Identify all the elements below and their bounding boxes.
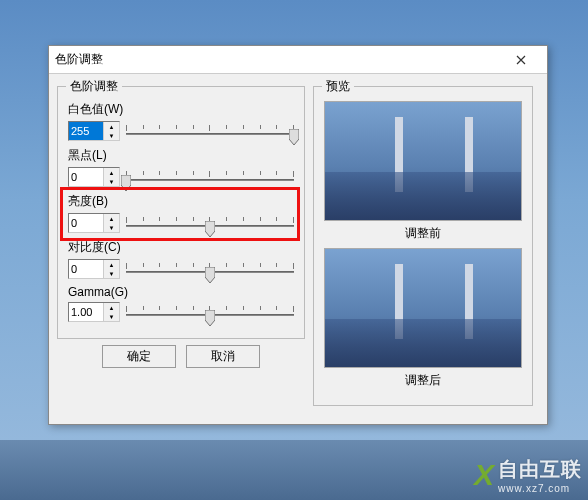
- preview-after-caption: 调整后: [324, 372, 522, 389]
- title-bar: 色阶调整: [49, 46, 547, 74]
- contrast-spinner[interactable]: ▲▼: [68, 259, 120, 279]
- black-point-input[interactable]: [69, 168, 103, 186]
- brightness-row: 亮度(B) ▲▼: [68, 193, 294, 235]
- spin-up-icon[interactable]: ▲: [104, 122, 119, 131]
- spin-down-icon[interactable]: ▼: [104, 269, 119, 278]
- watermark-url: www.xz7.com: [498, 483, 582, 494]
- gamma-slider[interactable]: [126, 300, 294, 324]
- brightness-slider[interactable]: [126, 211, 294, 235]
- preview-before-caption: 调整前: [324, 225, 522, 242]
- spin-down-icon[interactable]: ▼: [104, 223, 119, 232]
- close-icon: [516, 55, 526, 65]
- preview-legend: 预览: [322, 78, 354, 95]
- black-point-slider[interactable]: [126, 165, 294, 189]
- ok-button[interactable]: 确定: [102, 345, 176, 368]
- spin-down-icon[interactable]: ▼: [104, 177, 119, 186]
- brightness-input[interactable]: [69, 214, 103, 232]
- spin-up-icon[interactable]: ▲: [104, 214, 119, 223]
- button-row: 确定 取消: [57, 345, 305, 368]
- contrast-slider[interactable]: [126, 257, 294, 281]
- preview-after-image: [324, 248, 522, 368]
- close-button[interactable]: [501, 46, 541, 74]
- spin-up-icon[interactable]: ▲: [104, 303, 119, 312]
- contrast-row: 对比度(C) ▲▼: [68, 239, 294, 281]
- gamma-spinner[interactable]: ▲▼: [68, 302, 120, 322]
- black-point-label: 黑点(L): [68, 147, 107, 164]
- spin-down-icon[interactable]: ▼: [104, 312, 119, 321]
- white-value-spinner[interactable]: ▲▼: [68, 121, 120, 141]
- watermark: X 自由互联 www.xz7.com: [474, 456, 582, 494]
- spin-up-icon[interactable]: ▲: [104, 260, 119, 269]
- white-value-row: 白色值(W) ▲▼: [68, 101, 294, 143]
- black-point-row: 黑点(L) ▲▼: [68, 147, 294, 189]
- spin-up-icon[interactable]: ▲: [104, 168, 119, 177]
- spin-down-icon[interactable]: ▼: [104, 131, 119, 140]
- gamma-row: Gamma(G) ▲▼: [68, 285, 294, 324]
- watermark-logo-icon: X: [474, 458, 494, 492]
- cancel-button[interactable]: 取消: [186, 345, 260, 368]
- levels-dialog: 色阶调整 色阶调整 白色值(W) ▲▼: [48, 45, 548, 425]
- brightness-spinner[interactable]: ▲▼: [68, 213, 120, 233]
- white-value-label: 白色值(W): [68, 101, 123, 118]
- gamma-label: Gamma(G): [68, 285, 128, 299]
- white-value-input[interactable]: [69, 122, 103, 140]
- gamma-input[interactable]: [69, 303, 103, 321]
- white-value-slider[interactable]: [126, 119, 294, 143]
- adjust-group: 色阶调整 白色值(W) ▲▼ 黑点(L): [57, 86, 305, 339]
- dialog-title: 色阶调整: [55, 51, 103, 68]
- watermark-brand: 自由互联: [498, 456, 582, 483]
- preview-group: 预览 调整前 调整后: [313, 86, 533, 406]
- brightness-label: 亮度(B): [68, 193, 108, 210]
- contrast-input[interactable]: [69, 260, 103, 278]
- preview-before-image: [324, 101, 522, 221]
- adjust-legend: 色阶调整: [66, 78, 122, 95]
- contrast-label: 对比度(C): [68, 239, 121, 256]
- black-point-spinner[interactable]: ▲▼: [68, 167, 120, 187]
